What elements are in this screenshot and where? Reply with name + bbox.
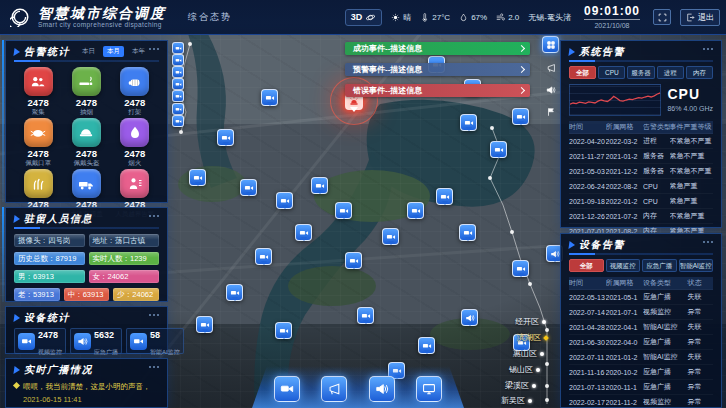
- device-map-marker[interactable]: [418, 337, 435, 354]
- alarm-stat-card: 2478 佩戴口罩: [14, 118, 62, 166]
- device-map-marker[interactable]: [460, 114, 477, 131]
- cell-device-type: 视频监控: [643, 397, 687, 407]
- side-tool-button[interactable]: [543, 60, 558, 75]
- device-map-marker[interactable]: [172, 78, 184, 90]
- device-map-marker[interactable]: [261, 89, 278, 106]
- cell-device-type: 应急广播: [643, 382, 687, 392]
- device-map-marker[interactable]: [172, 42, 184, 54]
- district-label[interactable]: 惠山区: [513, 348, 544, 359]
- district-label[interactable]: 梁溪区: [505, 380, 536, 391]
- district-label[interactable]: 锡山区: [509, 364, 540, 375]
- alarm-period-tab[interactable]: 本月: [103, 46, 124, 57]
- device-map-marker[interactable]: [490, 141, 507, 158]
- more-icon[interactable]: [149, 215, 159, 217]
- device-map-marker[interactable]: [172, 90, 184, 102]
- side-tool-button[interactable]: [543, 82, 558, 97]
- bottom-tool-icon: [327, 382, 341, 396]
- device-marker-icon: [411, 206, 421, 216]
- table-row: 2021-04-28 2022-04-1 智能AI监控 失联: [569, 320, 713, 335]
- district-dot-icon: [528, 399, 532, 403]
- more-icon[interactable]: [703, 241, 713, 243]
- nav-tab-overview[interactable]: 综合态势: [188, 11, 232, 24]
- device-map-marker[interactable]: [217, 129, 234, 146]
- alarm-period-tab[interactable]: 本日: [78, 46, 99, 57]
- logout-button[interactable]: 退出: [680, 9, 720, 26]
- system-alarm-tab[interactable]: 全部: [569, 66, 596, 79]
- side-tool-button[interactable]: [543, 104, 558, 119]
- cell-grid: 2021-01-2: [606, 153, 643, 160]
- more-icon[interactable]: [149, 314, 159, 316]
- cell-grid: 2022-04-1: [606, 324, 643, 331]
- device-map-marker[interactable]: [512, 108, 529, 125]
- alarm-type-label: 佩戴头盔: [62, 160, 110, 167]
- device-alarm-tab[interactable]: 全部: [569, 259, 604, 272]
- bottom-tool-button[interactable]: [274, 376, 300, 402]
- system-alarm-tab[interactable]: 进程: [657, 66, 684, 79]
- table-header-row: 时间 所属网格 告警类型 事件严重等级: [569, 121, 713, 134]
- event-toast[interactable]: 成功事件--描述信息: [345, 42, 530, 55]
- device-alarm-tab[interactable]: 应急广播: [642, 259, 677, 272]
- district-label[interactable]: 经开区: [515, 316, 546, 327]
- more-icon[interactable]: [149, 366, 159, 368]
- device-map-marker[interactable]: [240, 179, 257, 196]
- cell-time: 2021-04-28: [569, 324, 606, 331]
- device-marker-icon: [221, 133, 231, 143]
- device-count: 58: [150, 330, 160, 340]
- device-map-marker[interactable]: [276, 192, 293, 209]
- device-map-marker[interactable]: [436, 188, 453, 205]
- device-map-marker[interactable]: [311, 177, 328, 194]
- device-map-marker[interactable]: [226, 284, 243, 301]
- bottom-tool-button[interactable]: [321, 376, 347, 402]
- device-map-marker[interactable]: [335, 202, 352, 219]
- title-underline: [14, 60, 159, 62]
- device-map-marker[interactable]: [295, 224, 312, 241]
- district-label[interactable]: 滨湖区: [517, 332, 548, 343]
- device-map-marker[interactable]: [172, 115, 184, 127]
- device-map-marker[interactable]: [172, 103, 184, 115]
- event-toast[interactable]: 预警事件--描述信息: [345, 63, 530, 76]
- device-map-marker[interactable]: [407, 202, 424, 219]
- location-label: 无锡-鼋头渚: [528, 12, 571, 23]
- system-alarm-tab[interactable]: 服务器: [627, 66, 654, 79]
- fullscreen-button[interactable]: [653, 9, 671, 25]
- device-map-marker[interactable]: [172, 54, 184, 66]
- view-mode-3d-toggle[interactable]: 3D: [345, 9, 383, 26]
- panel-title: 设备统计: [24, 311, 70, 325]
- cell-time: 2022-07-11: [569, 354, 606, 361]
- district-label[interactable]: 新吴区: [501, 395, 532, 406]
- device-map-marker[interactable]: [172, 66, 184, 78]
- system-alarm-tab[interactable]: CPU: [598, 66, 625, 79]
- panel-arrow-icon: [13, 215, 20, 223]
- cell-device-type: 智能AI监控: [643, 352, 687, 362]
- left-edge-glow: [2, 40, 4, 202]
- cell-status: 异常: [687, 337, 713, 347]
- more-icon[interactable]: [149, 48, 159, 50]
- device-alarm-tab[interactable]: 视频监控: [606, 259, 641, 272]
- device-alarm-tab[interactable]: 智能AI监控: [679, 259, 714, 272]
- device-map-marker[interactable]: [459, 224, 476, 241]
- panel-alarm-statistics: 告警统计 本日本月本年 2478 聚集: [5, 40, 168, 203]
- device-map-marker[interactable]: [345, 252, 362, 269]
- cell-grid: 2020-10-2: [606, 369, 643, 376]
- bottom-tool-button[interactable]: [369, 376, 395, 402]
- device-map-marker[interactable]: [189, 169, 206, 186]
- event-toast[interactable]: 错误事件--描述信息: [345, 84, 530, 97]
- device-map-marker[interactable]: [382, 228, 399, 245]
- alarm-type-icon: [120, 67, 149, 96]
- cell-grid: 2022-03-2: [606, 138, 643, 145]
- device-map-marker[interactable]: [275, 322, 292, 339]
- alarm-period-tab[interactable]: 本年: [128, 46, 149, 57]
- device-map-marker[interactable]: [512, 260, 529, 277]
- header-toolbar: 3D 晴 27°C 67% 2.0 无锡-鼋头渚 09:01:00: [345, 0, 720, 34]
- bottom-tool-button[interactable]: [416, 376, 442, 402]
- device-map-marker[interactable]: [196, 316, 213, 333]
- device-map-marker[interactable]: [357, 307, 374, 324]
- more-icon[interactable]: [703, 48, 713, 50]
- system-alarm-tab[interactable]: 内存: [686, 66, 713, 79]
- device-map-marker[interactable]: [255, 248, 272, 265]
- cell-grid: 2022-01-2: [606, 198, 643, 205]
- wind-status: 2.0: [496, 13, 519, 22]
- device-map-marker[interactable]: [461, 309, 478, 326]
- side-tool-button[interactable]: [542, 36, 559, 53]
- event-toast-label: 预警事件--描述信息: [353, 64, 422, 75]
